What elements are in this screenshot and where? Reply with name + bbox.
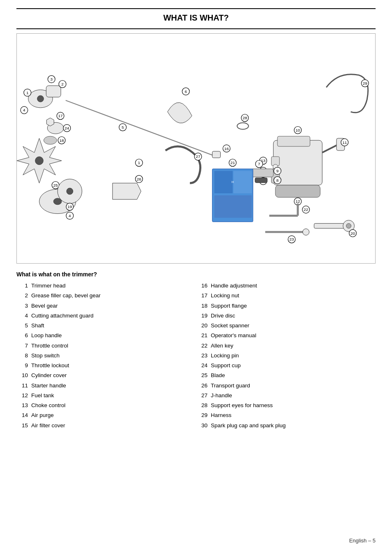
- svg-point-26: [67, 188, 73, 195]
- part-number: 8: [16, 352, 28, 360]
- svg-rect-11: [46, 86, 61, 97]
- svg-text:4: 4: [69, 213, 71, 218]
- list-item: 26Transport guard: [196, 382, 376, 390]
- svg-text:10: 10: [295, 128, 300, 132]
- part-number: 23: [196, 352, 208, 360]
- svg-text:27: 27: [196, 154, 200, 159]
- part-number: 26: [196, 382, 208, 390]
- svg-text:H: H: [231, 180, 234, 184]
- part-label: Blade: [211, 371, 225, 380]
- svg-marker-22: [46, 118, 54, 126]
- list-item: 15Air filter cover: [16, 422, 196, 430]
- part-number: 2: [16, 292, 28, 300]
- part-label: Allen key: [211, 342, 233, 350]
- list-item: 27J-handle: [196, 392, 376, 400]
- svg-text:20: 20: [350, 231, 355, 236]
- list-item: 10Cylinder cover: [16, 371, 196, 380]
- list-item: 24Support cup: [196, 361, 376, 370]
- svg-rect-37: [212, 151, 221, 158]
- svg-text:6: 6: [184, 89, 187, 94]
- part-label: Bevel gear: [31, 302, 58, 310]
- part-label: Throttle lockout: [31, 361, 69, 370]
- svg-text:8: 8: [276, 178, 279, 183]
- svg-text:2: 2: [61, 82, 64, 86]
- parts-list-right: 16Handle adjustment17Locking nut18Suppor…: [196, 282, 376, 430]
- part-number: 20: [196, 322, 208, 330]
- svg-point-19: [44, 136, 57, 144]
- part-label: Operator's manual: [211, 331, 256, 340]
- parts-list-left: 1Trimmer head2Grease filler cap, bevel g…: [16, 282, 196, 430]
- svg-point-0: [35, 157, 44, 165]
- svg-point-40: [237, 123, 249, 130]
- svg-text:16: 16: [224, 146, 229, 151]
- svg-text:29: 29: [363, 81, 368, 86]
- part-number: 29: [196, 411, 208, 419]
- part-number: 22: [196, 342, 208, 350]
- diagram-box: text { font-family: Arial, sans-serif; f…: [16, 33, 376, 264]
- list-item: 12Fuel tank: [16, 392, 196, 400]
- svg-text:24: 24: [65, 126, 69, 130]
- list-item: 29Harness: [196, 411, 376, 419]
- svg-rect-89: [214, 195, 252, 218]
- part-number: 1: [16, 282, 28, 290]
- part-label: Grease filler cap, bevel gear: [31, 292, 101, 300]
- part-label: Handle adjustment: [211, 282, 257, 290]
- part-label: Throttle control: [31, 342, 68, 350]
- svg-point-75: [346, 223, 351, 228]
- part-label: Support flange: [211, 302, 247, 310]
- list-item: 30Spark plug cap and spark plug: [196, 422, 376, 430]
- part-number: 13: [16, 401, 28, 410]
- svg-text:25: 25: [53, 183, 58, 188]
- svg-rect-88: [233, 171, 252, 194]
- part-number: 11: [16, 382, 28, 390]
- part-number: 24: [196, 361, 208, 370]
- trimmer-diagram: text { font-family: Arial, sans-serif; f…: [17, 34, 375, 263]
- list-item: 18Support flange: [196, 302, 376, 310]
- svg-point-83: [303, 229, 309, 235]
- svg-rect-87: [214, 171, 233, 194]
- svg-text:7: 7: [258, 162, 261, 166]
- part-number: 14: [16, 411, 28, 419]
- part-label: Support cup: [211, 361, 241, 370]
- part-label: Cylinder cover: [31, 371, 67, 380]
- part-label: Socket spanner: [211, 322, 249, 330]
- list-item: 22Allen key: [196, 342, 376, 350]
- svg-text:5: 5: [122, 125, 124, 130]
- part-label: Transport guard: [211, 382, 250, 390]
- list-item: 25Blade: [196, 371, 376, 380]
- list-item: 6Loop handle: [16, 331, 196, 340]
- part-number: 12: [16, 392, 28, 400]
- part-number: 5: [16, 322, 28, 330]
- part-label: Locking pin: [211, 352, 239, 360]
- parts-columns: 1Trimmer head2Grease filler cap, bevel g…: [16, 282, 376, 431]
- part-label: J-handle: [211, 392, 232, 400]
- svg-text:21: 21: [231, 160, 235, 165]
- part-label: Shaft: [31, 322, 44, 330]
- svg-text:22: 22: [304, 207, 308, 212]
- svg-text:4: 4: [23, 108, 25, 112]
- svg-text:9: 9: [276, 169, 279, 173]
- svg-text:19: 19: [67, 204, 72, 209]
- page-title: WHAT IS WHAT?: [16, 8, 376, 29]
- part-label: Air filter cover: [31, 422, 65, 430]
- svg-text:28: 28: [242, 116, 247, 120]
- svg-line-46: [322, 144, 339, 153]
- part-number: 15: [16, 422, 28, 430]
- parts-col-right: 16Handle adjustment17Locking nut18Suppor…: [196, 282, 376, 431]
- list-item: 8Stop switch: [16, 352, 196, 360]
- part-number: 9: [16, 361, 28, 370]
- part-label: Choke control: [31, 401, 65, 410]
- list-item: 1Trimmer head: [16, 282, 196, 290]
- svg-text:3: 3: [50, 77, 53, 81]
- part-label: Air purge: [31, 411, 54, 419]
- list-item: 28Support eyes for harness: [196, 401, 376, 410]
- part-label: Stop switch: [31, 352, 60, 360]
- part-number: 4: [16, 312, 28, 320]
- page: WHAT IS WHAT? text { font-family: Arial,…: [0, 0, 392, 556]
- list-item: 4Cutting attachment guard: [16, 312, 196, 320]
- parts-col-left: 1Trimmer head2Grease filler cap, bevel g…: [16, 282, 196, 431]
- list-item: 16Handle adjustment: [196, 282, 376, 290]
- svg-text:12: 12: [295, 199, 300, 204]
- part-label: Fuel tank: [31, 392, 54, 400]
- list-item: 5Shaft: [16, 322, 196, 330]
